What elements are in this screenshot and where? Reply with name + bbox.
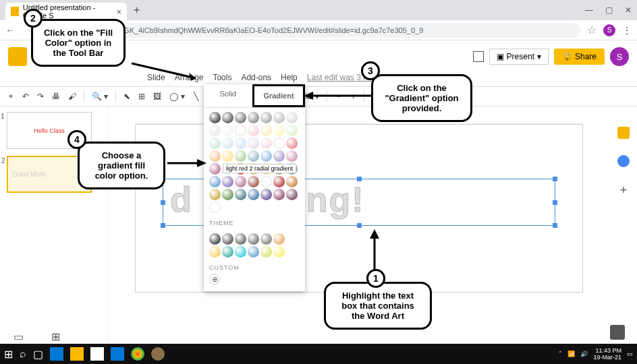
keep-icon[interactable] <box>617 127 630 139</box>
store-icon[interactable] <box>90 347 104 361</box>
gradient-swatch[interactable] <box>286 112 298 123</box>
gradient-swatch[interactable] <box>235 125 246 136</box>
close-window-icon[interactable]: ✕ <box>625 5 632 15</box>
explorer-icon[interactable] <box>70 347 84 361</box>
gradient-swatch[interactable] <box>235 150 246 162</box>
image-tool[interactable]: 🖼 <box>151 90 163 102</box>
gradient-swatch[interactable] <box>235 176 246 187</box>
gradient-swatch[interactable] <box>273 150 285 162</box>
theme-swatch[interactable] <box>235 233 246 245</box>
resize-handle[interactable] <box>161 200 165 205</box>
notifications-icon[interactable]: ▭ <box>627 351 633 357</box>
gradient-swatch[interactable] <box>286 138 298 149</box>
gradient-swatch[interactable] <box>209 125 221 136</box>
undo-button[interactable]: ↶ <box>20 90 31 102</box>
present-button[interactable]: ▣ Present ▾ <box>489 49 549 65</box>
gradient-swatch[interactable] <box>260 176 272 187</box>
line-tool[interactable]: ╲ <box>191 90 202 102</box>
gradient-swatch[interactable] <box>248 176 259 187</box>
gradient-swatch[interactable] <box>248 189 259 200</box>
theme-swatch[interactable] <box>273 233 285 245</box>
shape-tool[interactable]: ◯ ▾ <box>167 90 186 102</box>
comment-history-icon[interactable] <box>473 51 484 62</box>
menu-tools[interactable]: Tools <box>213 73 231 82</box>
volume-icon[interactable]: 🔊 <box>580 351 588 357</box>
tray-up-icon[interactable]: ˄ <box>559 351 562 357</box>
slides-logo-icon[interactable] <box>8 47 27 66</box>
gradient-swatch[interactable] <box>235 112 246 123</box>
menu-help[interactable]: Help <box>281 73 298 82</box>
gradient-swatch[interactable] <box>273 176 285 187</box>
gradient-swatch[interactable] <box>248 138 259 149</box>
resize-handle[interactable] <box>553 223 557 228</box>
theme-swatch[interactable] <box>273 246 285 257</box>
resize-handle[interactable] <box>553 200 557 205</box>
gradient-swatch[interactable] <box>260 138 272 149</box>
resize-handle[interactable] <box>553 177 557 181</box>
gradient-swatch[interactable] <box>260 125 272 136</box>
edge-icon[interactable] <box>50 347 63 361</box>
menu-dots-icon[interactable]: ⋮ <box>622 25 632 36</box>
theme-swatch[interactable] <box>209 246 221 257</box>
grid-view-icon[interactable]: ⊞ <box>51 330 62 341</box>
start-icon[interactable]: ⊞ <box>4 348 13 361</box>
add-custom-button[interactable]: ⊕ <box>209 274 220 284</box>
account-avatar[interactable]: S <box>610 47 629 66</box>
new-slide-button[interactable]: + <box>5 90 16 102</box>
gradient-swatch[interactable] <box>222 125 233 136</box>
theme-swatch[interactable] <box>248 246 259 257</box>
gradient-swatch[interactable] <box>209 176 221 187</box>
task-view-icon[interactable]: ▢ <box>33 348 43 361</box>
tasks-icon[interactable] <box>617 155 630 167</box>
theme-swatch[interactable] <box>222 246 233 257</box>
textbox-tool[interactable]: ⊞ <box>136 90 147 102</box>
profile-avatar[interactable]: S <box>603 24 615 36</box>
explore-button[interactable] <box>610 325 625 340</box>
gradient-swatch[interactable] <box>209 189 221 200</box>
gradient-swatch[interactable] <box>286 125 298 136</box>
gradient-swatch[interactable] <box>273 138 285 149</box>
add-icon[interactable]: + <box>617 183 630 195</box>
clock[interactable]: 11:43 PM 19-Mar-21 <box>593 347 621 361</box>
search-icon[interactable]: ⌕ <box>20 348 26 360</box>
url-input[interactable]: rs/presentation/d/1GK_4iCb9IshmdQhWWEvvR… <box>55 23 580 38</box>
gradient-swatch[interactable] <box>260 150 272 162</box>
theme-swatch[interactable] <box>248 233 259 245</box>
gradient-swatch[interactable] <box>248 150 259 162</box>
gradient-swatch[interactable] <box>209 112 221 123</box>
gradient-swatch[interactable] <box>273 112 285 123</box>
wifi-icon[interactable]: 📶 <box>567 351 575 357</box>
gradient-swatch[interactable] <box>209 138 221 149</box>
print-button[interactable]: 🖶 <box>50 90 62 102</box>
resize-handle[interactable] <box>161 223 165 228</box>
theme-swatch[interactable] <box>260 246 272 257</box>
gradient-swatch[interactable] <box>209 163 221 175</box>
gradient-swatch[interactable] <box>248 112 259 123</box>
chrome-icon[interactable] <box>131 347 144 361</box>
gradient-swatch[interactable] <box>286 176 298 187</box>
paint-format-button[interactable]: 🖌 <box>66 90 78 102</box>
resize-handle[interactable] <box>357 177 362 181</box>
gradient-swatch[interactable] <box>222 150 233 162</box>
paint-icon[interactable] <box>151 347 165 361</box>
share-button[interactable]: 🔒 Share <box>554 49 605 65</box>
menu-addons[interactable]: Add-ons <box>241 73 271 82</box>
select-tool[interactable]: ⬉ <box>121 90 132 102</box>
new-tab-button[interactable]: + <box>134 4 140 16</box>
filmstrip-view-icon[interactable]: ▭ <box>13 330 24 341</box>
gradient-swatch[interactable] <box>209 150 221 162</box>
back-icon[interactable]: ← <box>5 25 15 36</box>
close-icon[interactable]: × <box>116 7 121 17</box>
tab-gradient[interactable]: Gradient <box>252 84 305 107</box>
gradient-swatch[interactable] <box>273 125 285 136</box>
resize-handle[interactable] <box>357 223 362 228</box>
gradient-swatch[interactable] <box>222 189 233 200</box>
redo-button[interactable]: ↷ <box>35 90 46 102</box>
slide-canvas[interactable]: d Morning! <box>135 124 583 293</box>
mail-icon[interactable] <box>111 347 124 361</box>
gradient-swatch[interactable] <box>235 189 246 200</box>
tab-solid[interactable]: Solid <box>204 84 252 107</box>
theme-swatch[interactable] <box>222 233 233 245</box>
gradient-swatch[interactable] <box>286 150 298 162</box>
gradient-swatch[interactable] <box>222 138 233 149</box>
